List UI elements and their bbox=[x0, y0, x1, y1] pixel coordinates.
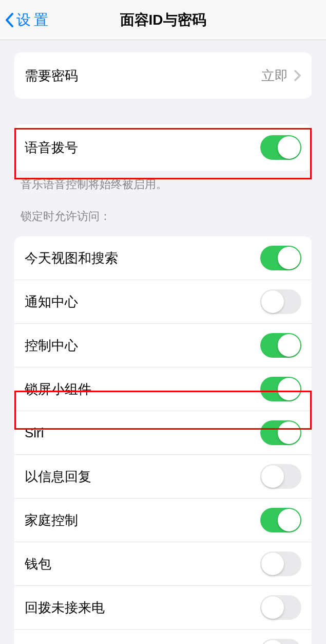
lock-item-label: 锁屏小组件 bbox=[25, 380, 260, 398]
lock-item-row: Siri bbox=[14, 411, 312, 454]
lock-section-header: 锁定时允许访问： bbox=[21, 209, 305, 224]
voice-dial-toggle[interactable] bbox=[260, 135, 301, 160]
voice-dial-row: 语音拨号 bbox=[14, 124, 312, 171]
require-passcode-row[interactable]: 需要密码 立即 bbox=[14, 52, 312, 99]
voice-dial-footer: 音乐语音控制将始终被启用。 bbox=[21, 177, 305, 192]
lock-item-toggle[interactable] bbox=[260, 333, 301, 358]
lock-item-row: 今天视图和搜索 bbox=[14, 236, 312, 280]
lock-item-row: 回拨未接来电 bbox=[14, 585, 312, 629]
lock-item-toggle[interactable] bbox=[260, 246, 301, 270]
lock-item-row: 通知中心 bbox=[14, 280, 312, 323]
lock-item-toggle[interactable] bbox=[260, 508, 301, 532]
lock-item-toggle[interactable] bbox=[260, 551, 301, 576]
lock-item-label: 钱包 bbox=[25, 555, 260, 573]
require-passcode-value: 立即 bbox=[261, 67, 288, 85]
lock-item-label: 以信息回复 bbox=[25, 468, 260, 486]
lock-item-row: USB配件 bbox=[14, 629, 312, 644]
chevron-right-icon bbox=[294, 70, 301, 81]
header-bar: 设置 面容ID与密码 bbox=[0, 0, 326, 40]
require-passcode-label: 需要密码 bbox=[25, 67, 261, 85]
lock-item-row: 家庭控制 bbox=[14, 498, 312, 542]
voice-dial-label: 语音拨号 bbox=[25, 139, 260, 157]
lock-item-row: 钱包 bbox=[14, 542, 312, 585]
lock-item-label: USB配件 bbox=[25, 642, 260, 645]
lock-item-toggle[interactable] bbox=[260, 420, 301, 445]
page-title: 面容ID与密码 bbox=[120, 10, 206, 30]
lock-item-row: 控制中心 bbox=[14, 323, 312, 367]
lock-item-label: 通知中心 bbox=[25, 293, 260, 311]
lock-item-label: 家庭控制 bbox=[25, 511, 260, 529]
back-label: 设置 bbox=[16, 10, 51, 30]
lock-access-group: 今天视图和搜索通知中心控制中心锁屏小组件Siri以信息回复家庭控制钱包回拨未接来… bbox=[14, 236, 312, 644]
lock-item-label: 今天视图和搜索 bbox=[25, 249, 260, 267]
content: 需要密码 立即 语音拨号 音乐语音控制将始终被启用。 锁定时允许访问： 今天视图… bbox=[0, 52, 326, 644]
lock-item-label: 控制中心 bbox=[25, 337, 260, 355]
lock-item-label: 回拨未接来电 bbox=[25, 599, 260, 617]
lock-item-label: Siri bbox=[25, 425, 260, 441]
lock-item-row: 锁屏小组件 bbox=[14, 367, 312, 411]
lock-item-toggle[interactable] bbox=[260, 464, 301, 489]
lock-item-toggle[interactable] bbox=[260, 595, 301, 620]
voice-dial-group: 语音拨号 bbox=[14, 124, 312, 171]
back-button[interactable]: 设置 bbox=[5, 10, 51, 30]
lock-item-toggle[interactable] bbox=[260, 377, 301, 401]
lock-item-toggle[interactable] bbox=[260, 639, 301, 644]
lock-item-row: 以信息回复 bbox=[14, 454, 312, 498]
chevron-back-icon bbox=[5, 13, 13, 27]
require-passcode-group: 需要密码 立即 bbox=[14, 52, 312, 99]
lock-item-toggle[interactable] bbox=[260, 289, 301, 314]
